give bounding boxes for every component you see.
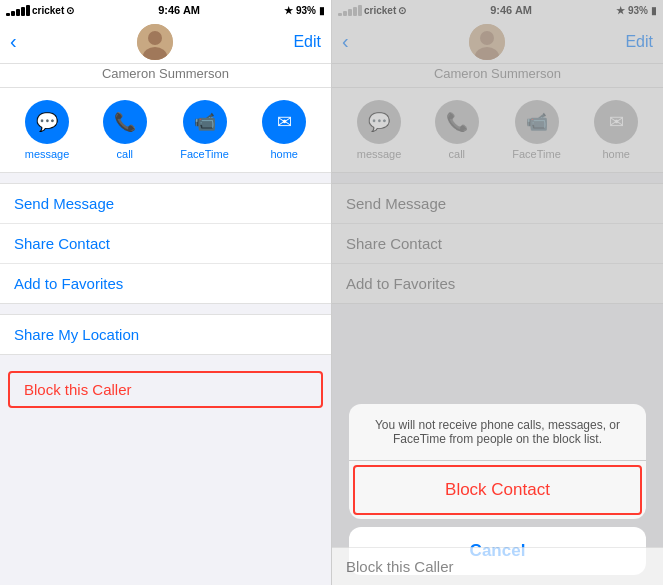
left-carrier-name: cricket — [32, 5, 64, 16]
left-time: 9:46 AM — [158, 4, 200, 16]
left-message-btn[interactable]: 💬 message — [25, 100, 70, 160]
left-action-buttons: 💬 message 📞 call 📹 FaceTime ✉ home — [0, 88, 331, 173]
call-icon: 📞 — [114, 111, 136, 133]
signal-icon — [6, 5, 30, 16]
left-nav-bar: ‹ Edit — [0, 20, 331, 64]
battery-icon: ▮ — [319, 5, 325, 16]
wifi-icon: ⊙ — [66, 5, 74, 16]
left-back-button[interactable]: ‹ — [10, 30, 17, 53]
call-label: call — [117, 148, 134, 160]
left-edit-button[interactable]: Edit — [293, 33, 321, 51]
left-facetime-btn[interactable]: 📹 FaceTime — [180, 100, 229, 160]
signal-bar-3 — [16, 9, 20, 16]
facetime-label: FaceTime — [180, 148, 229, 160]
left-block-caller-row[interactable]: Block this Caller — [8, 371, 323, 408]
overlay-backdrop: Block this Caller You will not receive p… — [332, 0, 663, 585]
left-add-to-favorites-row[interactable]: Add to Favorites — [0, 264, 331, 303]
right-block-caller-partial: Block this Caller — [332, 547, 663, 585]
left-block-section: Block this Caller — [0, 365, 331, 414]
add-to-favorites-label: Add to Favorites — [14, 275, 123, 292]
action-sheet: You will not receive phone calls, messag… — [349, 404, 647, 519]
share-contact-label: Share Contact — [14, 235, 110, 252]
message-icon: 💬 — [36, 111, 58, 133]
action-sheet-message: You will not receive phone calls, messag… — [349, 404, 647, 461]
block-contact-button[interactable]: Block Contact — [353, 465, 643, 515]
left-right-status: ★ 93% ▮ — [284, 5, 325, 16]
home-circle: ✉ — [262, 100, 306, 144]
signal-bar-1 — [6, 13, 10, 16]
message-circle: 💬 — [25, 100, 69, 144]
left-share-location-row[interactable]: Share My Location — [0, 315, 331, 354]
svg-point-1 — [148, 31, 162, 45]
left-home-btn[interactable]: ✉ home — [262, 100, 306, 160]
message-label: message — [25, 148, 70, 160]
call-circle: 📞 — [103, 100, 147, 144]
home-icon: ✉ — [277, 111, 292, 133]
left-status-bar: cricket ⊙ 9:46 AM ★ 93% ▮ — [0, 0, 331, 20]
facetime-circle: 📹 — [183, 100, 227, 144]
battery-percent: 93% — [296, 5, 316, 16]
left-send-message-row[interactable]: Send Message — [0, 184, 331, 224]
bluetooth-icon: ★ — [284, 5, 293, 16]
right-panel: cricket ⊙ 9:46 AM ★ 93% ▮ ‹ Edit Cameron… — [332, 0, 663, 585]
left-call-btn[interactable]: 📞 call — [103, 100, 147, 160]
signal-bar-2 — [11, 11, 15, 16]
left-contact-name: Cameron Summerson — [0, 64, 331, 88]
left-list-section-2: Share My Location — [0, 314, 331, 355]
share-location-label: Share My Location — [14, 326, 139, 343]
left-list-section-1: Send Message Share Contact Add to Favori… — [0, 183, 331, 304]
right-partial-block-label: Block this Caller — [346, 558, 454, 575]
block-caller-label: Block this Caller — [24, 381, 132, 398]
left-panel: cricket ⊙ 9:46 AM ★ 93% ▮ ‹ Edit Cameron… — [0, 0, 331, 585]
home-label: home — [270, 148, 298, 160]
left-avatar — [137, 24, 173, 60]
signal-bar-4 — [21, 7, 25, 16]
left-carrier: cricket ⊙ — [6, 5, 74, 16]
left-share-contact-row[interactable]: Share Contact — [0, 224, 331, 264]
facetime-icon: 📹 — [194, 111, 216, 133]
signal-bar-5 — [26, 5, 30, 16]
send-message-label: Send Message — [14, 195, 114, 212]
